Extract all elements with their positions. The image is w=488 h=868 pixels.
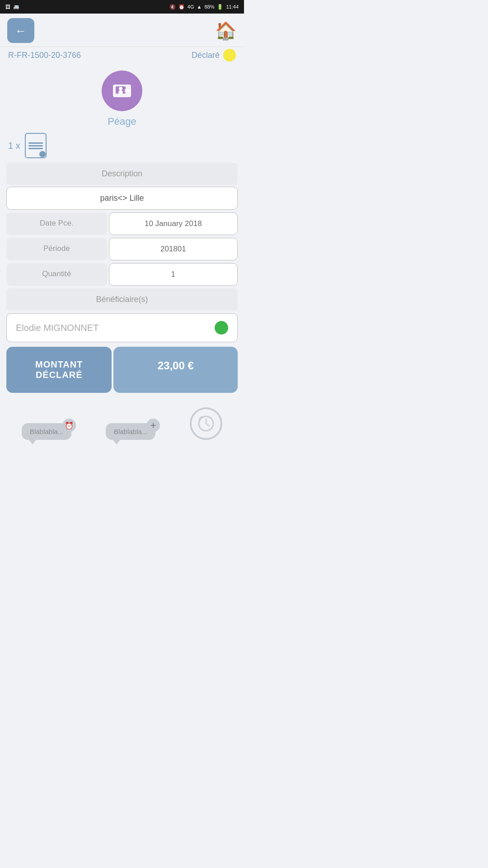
- date-pce-value: 10 January 2018: [145, 219, 202, 228]
- declared-label: Déclaré: [192, 51, 220, 60]
- declared-row: Déclaré: [192, 49, 236, 61]
- montant-row: MONTANT DÉCLARÉ 23,00 €: [6, 347, 238, 393]
- beneficiary-box[interactable]: Elodie MIGNONNET: [6, 313, 238, 342]
- date-pce-row: Date Pce. 10 January 2018: [6, 212, 238, 235]
- description-input[interactable]: paris<> Lille: [6, 187, 238, 210]
- status-bar-left: 🖼 🚐: [5, 4, 19, 10]
- svg-point-3: [118, 90, 123, 94]
- photo-icon: 🖼: [5, 4, 10, 9]
- battery-icon: 🔋: [217, 4, 223, 10]
- back-arrow-icon: ←: [15, 25, 27, 37]
- history-circle-icon: [190, 407, 222, 440]
- beneficiary-name: Elodie MIGNONNET: [16, 323, 99, 333]
- date-pce-input[interactable]: 10 January 2018: [109, 212, 238, 235]
- receipt-line-3: [28, 148, 43, 149]
- blablabla-add-button[interactable]: Blablabla... +: [106, 423, 155, 440]
- quantite-value: 1: [171, 270, 175, 278]
- svg-point-2: [119, 87, 122, 90]
- declared-status-dot: [223, 49, 236, 61]
- description-label-row: Description: [6, 163, 238, 185]
- speech-bubble-2-label: Blablabla...: [114, 428, 147, 435]
- periode-value: 201801: [160, 245, 186, 253]
- beneficiary-status-dot: [215, 321, 228, 335]
- reference-label: R-FR-1500-20-3766: [8, 51, 81, 60]
- nav-bar: ← 🏠: [0, 14, 244, 47]
- periode-label: Période: [6, 238, 107, 260]
- quantite-input[interactable]: 1: [109, 263, 238, 286]
- battery-label: 88%: [204, 4, 214, 9]
- form-area: Description paris<> Lille Date Pce. 10 J…: [0, 163, 244, 400]
- periode-input[interactable]: 201801: [109, 238, 238, 260]
- quantity-row: 1 x: [0, 131, 244, 163]
- signal-icon: ▲: [197, 4, 202, 9]
- bottom-toolbar: Blablabla... ⏰ Blablabla... +: [0, 400, 244, 449]
- back-button[interactable]: ←: [7, 18, 34, 43]
- montant-amount: 23,00 €: [158, 359, 194, 372]
- receipt-badge-dot: [39, 151, 46, 157]
- receipt-icon-wrapper: [25, 133, 47, 158]
- peage-svg-icon: [109, 78, 135, 104]
- beneficiaires-label-row: Bénéficiaire(s): [6, 288, 238, 311]
- svg-rect-5: [125, 89, 126, 92]
- date-pce-label: Date Pce.: [6, 212, 107, 235]
- history-button[interactable]: [190, 407, 222, 440]
- category-icon-circle: [102, 71, 142, 111]
- montant-declared-button[interactable]: MONTANT DÉCLARÉ: [6, 347, 112, 393]
- description-label: Description: [102, 169, 142, 178]
- status-bar-right: 🔇 ⏰ 4G ▲ 88% 🔋 11:44: [169, 4, 239, 10]
- quantite-row: Quantité 1: [6, 263, 238, 286]
- montant-label: MONTANT DÉCLARÉ: [35, 359, 83, 380]
- status-bar: 🖼 🚐 🔇 ⏰ 4G ▲ 88% 🔋 11:44: [0, 0, 244, 14]
- home-icon: 🏠: [215, 22, 236, 39]
- quantity-text: 1 x: [8, 141, 20, 151]
- history-svg: [197, 415, 215, 433]
- blablabla-history-button[interactable]: Blablabla... ⏰: [22, 423, 71, 440]
- description-value: paris<> Lille: [100, 193, 144, 203]
- plus-overlay-icon: +: [146, 419, 160, 432]
- bus-icon: 🚐: [13, 4, 19, 10]
- category-name-label: Péage: [108, 116, 136, 127]
- speech-bubble-1-label: Blablabla...: [30, 428, 63, 435]
- montant-amount-button[interactable]: 23,00 €: [113, 347, 238, 393]
- periode-row: Période 201801: [6, 238, 238, 260]
- category-area: Péage: [0, 66, 244, 131]
- time-label: 11:44: [226, 4, 239, 9]
- quantite-label: Quantité: [6, 263, 107, 286]
- beneficiaires-label: Bénéficiaire(s): [96, 295, 148, 304]
- alarm-icon: ⏰: [178, 4, 185, 10]
- ref-status-row: R-FR-1500-20-3766 Déclaré: [0, 47, 244, 66]
- clock-overlay-icon: ⏰: [62, 419, 76, 432]
- receipt-line-2: [28, 145, 43, 146]
- receipt-line-1: [28, 142, 43, 144]
- home-button[interactable]: 🏠: [214, 18, 237, 43]
- mute-icon: 🔇: [169, 4, 176, 10]
- network-label: 4G: [188, 4, 194, 9]
